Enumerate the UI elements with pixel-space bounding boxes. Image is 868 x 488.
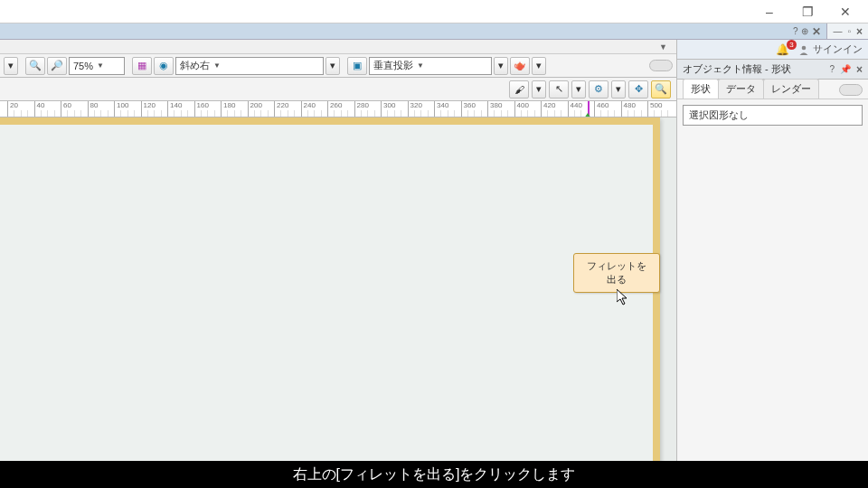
brush-dropdown-button[interactable]: ▾: [532, 80, 546, 99]
minimize-button[interactable]: –: [750, 1, 788, 23]
mode-toolbar: 🖌 ▾ ↖ ▾ ⚙ ▾ ✥ 🔍: [0, 78, 676, 101]
panel-tabs: 形状 データ レンダー: [677, 80, 868, 99]
right-restore-icon[interactable]: ▫: [847, 26, 851, 36]
drawing-canvas[interactable]: フィレットを 出る: [0, 117, 676, 488]
view-toolbar: ▾ 🔍 🔎 75% ▼ ▦ ◉ 斜め右 ▼ ▾ ▣ 垂直投影 ▼ ▾ 🫖: [0, 54, 676, 78]
window-titlebar: – ❐ ✕: [0, 0, 868, 23]
notification-badge: 3: [787, 40, 797, 50]
panel-help-icon[interactable]: ?: [829, 64, 835, 74]
zoom-combo[interactable]: 75% ▼: [69, 57, 125, 75]
tab-shape[interactable]: 形状: [683, 79, 719, 99]
grid-toggle-button[interactable]: ▦: [132, 57, 152, 75]
projection-combo[interactable]: 垂直投影 ▼: [369, 57, 492, 75]
tooltip-line-2: 出る: [587, 273, 646, 286]
zoom-value: 75%: [73, 61, 93, 71]
maximize-button[interactable]: ❐: [788, 1, 826, 23]
teapot-view-button[interactable]: 🫖: [510, 57, 530, 75]
horizontal-ruler: // ticks drawn after data loads 20406080…: [0, 101, 676, 117]
svg-point-11: [802, 45, 807, 50]
zoom-fit-button[interactable]: 🔍: [25, 57, 45, 75]
chevron-down-icon: ▼: [417, 61, 424, 70]
projection-value: 垂直投影: [373, 59, 413, 72]
close-button[interactable]: ✕: [826, 1, 864, 23]
view-name-value: 斜め右: [180, 59, 210, 72]
panel-close-icon[interactable]: ×: [856, 63, 863, 76]
chevron-down-icon: ▼: [97, 61, 104, 70]
chevron-down-icon: ▼: [213, 61, 221, 70]
object-info-panel: 🔔 3 サインイン オブジェクト情報 - 形状 ? 📌 × 形状 データ レンダ…: [676, 40, 868, 488]
layer-dropdown-button[interactable]: ▾: [4, 57, 18, 75]
right-close-icon[interactable]: ×: [856, 25, 863, 38]
main-workspace: ▼ ▾ 🔍 🔎 75% ▼ ▦ ◉ 斜め右 ▼ ▾ ▣ 垂直投影 ▼: [0, 40, 676, 488]
selection-readout: 選択図形なし: [683, 105, 863, 126]
signin-label: サインイン: [813, 42, 863, 56]
tooltip-line-1: フィレットを: [587, 259, 646, 273]
cursor-icon: [617, 289, 629, 305]
exit-fillet-tooltip[interactable]: フィレットを 出る: [573, 253, 660, 293]
view-name-combo[interactable]: 斜め右 ▼: [175, 57, 324, 75]
select-dropdown-button[interactable]: ▾: [571, 80, 586, 99]
panel-header: オブジェクト情報 - 形状 ? 📌 ×: [677, 60, 868, 80]
panel-title: オブジェクト情報 - 形状: [683, 62, 824, 76]
person-icon: [798, 44, 809, 55]
doc-toolstrip: ? ⊕ ✕ — ▫ ×: [0, 23, 868, 40]
zoom-area-button[interactable]: 🔎: [47, 57, 67, 75]
panel-pin-icon[interactable]: 📌: [840, 64, 851, 74]
tab-data[interactable]: データ: [718, 79, 764, 99]
viewmode-dropdown-button[interactable]: ▾: [326, 57, 340, 75]
fillet-tool-button[interactable]: 🔍: [651, 80, 671, 99]
account-strip: 🔔 3 サインイン: [677, 40, 868, 60]
render-style-button[interactable]: ▣: [347, 57, 367, 75]
toolbar-overflow-strip: ▼: [0, 40, 676, 54]
select-tool-button[interactable]: ↖: [549, 80, 569, 99]
proj-dropdown-button[interactable]: ▾: [494, 57, 508, 75]
signin-button[interactable]: サインイン: [798, 42, 863, 56]
toolbar-help-pill[interactable]: [649, 60, 673, 71]
gear-dropdown-button[interactable]: ▾: [611, 80, 626, 99]
doc-close-icon[interactable]: ✕: [812, 25, 821, 38]
shade-toggle-button[interactable]: ◉: [154, 57, 174, 75]
pin-icon[interactable]: ⊕: [801, 26, 808, 36]
notifications-button[interactable]: 🔔 3: [776, 43, 789, 56]
right-dash-icon[interactable]: —: [833, 26, 842, 36]
tutorial-subtitle: 右上の[フィレットを出る]をクリックします: [0, 461, 868, 488]
teapot-dropdown-button[interactable]: ▾: [532, 57, 546, 75]
help-icon[interactable]: ?: [793, 26, 798, 36]
drawing-sheet: [0, 117, 660, 488]
gear-tool-button[interactable]: ⚙: [589, 80, 609, 99]
overflow-caret-icon[interactable]: ▼: [659, 42, 667, 52]
move-tool-button[interactable]: ✥: [628, 80, 648, 99]
tab-render[interactable]: レンダー: [763, 79, 819, 99]
brush-tool-button[interactable]: 🖌: [509, 80, 529, 99]
tabs-help-pill[interactable]: [839, 84, 863, 96]
